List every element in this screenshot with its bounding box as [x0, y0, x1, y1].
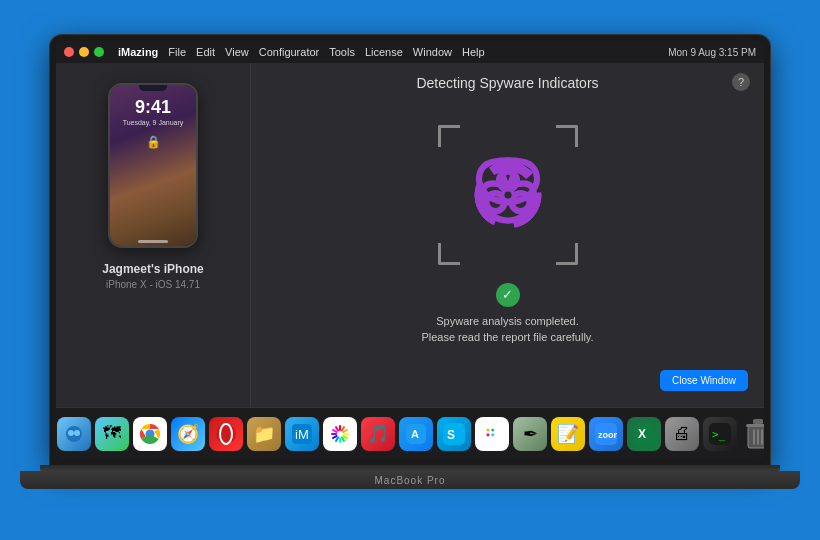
menu-license[interactable]: License [365, 46, 403, 58]
svg-text:X: X [638, 427, 646, 441]
dock-trash-icon[interactable] [741, 417, 764, 451]
dock-photos-icon[interactable] [323, 417, 357, 451]
dock-music-icon[interactable]: 🎵 [361, 417, 395, 451]
dock-item-scrivener[interactable]: ✒ [513, 417, 547, 451]
svg-text:iM: iM [295, 427, 309, 442]
dock-item-trash[interactable] [741, 417, 764, 451]
phone-screen: 9:41 Tuesday, 9 January 🔒 [110, 85, 196, 246]
svg-point-10 [68, 430, 74, 436]
status-text: Spyware analysis completed. Please read … [421, 313, 593, 346]
minimize-traffic-light[interactable] [79, 47, 89, 57]
svg-rect-39 [486, 428, 489, 431]
dock-printer-icon[interactable]: 🖨 [665, 417, 699, 451]
close-window-button[interactable]: Close Window [660, 370, 748, 391]
scan-container: ✓ Spyware analysis completed. Please rea… [421, 125, 593, 346]
svg-text:zoom: zoom [598, 430, 617, 440]
dock-item-folder[interactable]: 📁 [247, 417, 281, 451]
close-traffic-light[interactable] [64, 47, 74, 57]
phone-device: 9:41 Tuesday, 9 January 🔒 [108, 83, 198, 248]
corner-tr [556, 125, 578, 147]
dock-notes-icon[interactable]: 📝 [551, 417, 585, 451]
dock-item-chrome[interactable] [133, 417, 167, 451]
dock-item-slack[interactable] [475, 417, 509, 451]
dock-item-finder[interactable] [57, 417, 91, 451]
corner-br [556, 243, 578, 265]
dock-opera-icon[interactable] [209, 417, 243, 451]
dock-terminal-icon[interactable]: >_ [703, 417, 737, 451]
dock-excel-icon[interactable]: X [627, 417, 661, 451]
dock-item-zoom[interactable]: zoom [589, 417, 623, 451]
menu-tools[interactable]: Tools [329, 46, 355, 58]
app-content: 9:41 Tuesday, 9 January 🔒 Jagmeet's iPho… [56, 63, 764, 407]
sidebar: 9:41 Tuesday, 9 January 🔒 Jagmeet's iPho… [56, 63, 251, 407]
dock-maps-icon[interactable]: 🗺 [95, 417, 129, 451]
svg-rect-37 [491, 433, 494, 436]
corner-bl [438, 243, 460, 265]
svg-text:A: A [411, 428, 419, 440]
menu-edit[interactable]: Edit [196, 46, 215, 58]
screen-bezel: iMazing File Edit View Configurator Tool… [50, 35, 770, 465]
device-info: iPhone X - iOS 14.71 [106, 279, 200, 290]
status-check-icon: ✓ [496, 283, 520, 307]
dock-zoom-icon[interactable]: zoom [589, 417, 623, 451]
dock-item-appstore[interactable]: A [399, 417, 433, 451]
maximize-traffic-light[interactable] [94, 47, 104, 57]
dock-scrivener-icon[interactable]: ✒ [513, 417, 547, 451]
dock-item-maps[interactable]: 🗺 [95, 417, 129, 451]
dock-item-photos[interactable] [323, 417, 357, 451]
dock-folder-icon[interactable]: 📁 [247, 417, 281, 451]
menu-help[interactable]: Help [462, 46, 485, 58]
dock-item-notes[interactable]: 📝 [551, 417, 585, 451]
dock: 🗺 [56, 407, 764, 459]
svg-text:S: S [447, 428, 455, 442]
macbook-outer: iMazing File Edit View Configurator Tool… [50, 35, 770, 505]
svg-text:>_: >_ [712, 428, 726, 441]
svg-point-4 [499, 171, 517, 189]
home-indicator [138, 240, 168, 243]
dock-item-safari[interactable]: 🧭 [171, 417, 205, 451]
macbook-screen: iMazing File Edit View Configurator Tool… [56, 41, 764, 459]
phone-time: 9:41 [135, 97, 171, 118]
dock-finder-icon[interactable] [57, 417, 91, 451]
traffic-lights [64, 47, 104, 57]
menu-window[interactable]: Window [413, 46, 452, 58]
macbook-label: MacBook Pro [374, 475, 445, 486]
dock-chrome-icon[interactable] [133, 417, 167, 451]
svg-point-8 [504, 191, 511, 198]
dock-item-imazing[interactable]: iM [285, 417, 319, 451]
svg-rect-36 [486, 433, 489, 436]
svg-rect-47 [746, 424, 764, 427]
dock-safari-icon[interactable]: 🧭 [171, 417, 205, 451]
phone-notch [139, 85, 167, 91]
phone-date: Tuesday, 9 January [123, 119, 184, 126]
dock-item-music[interactable]: 🎵 [361, 417, 395, 451]
dock-appstore-icon[interactable]: A [399, 417, 433, 451]
device-name: Jagmeet's iPhone [102, 262, 204, 276]
corner-tl [438, 125, 460, 147]
dock-slack-icon[interactable] [475, 417, 509, 451]
menu-file[interactable]: File [168, 46, 186, 58]
status-area: ✓ Spyware analysis completed. Please rea… [421, 283, 593, 346]
menubar: iMazing File Edit View Configurator Tool… [56, 41, 764, 63]
dock-imazing-icon[interactable]: iM [285, 417, 319, 451]
dock-skype-icon[interactable]: S [437, 417, 471, 451]
menubar-datetime: Mon 9 Aug 3:15 PM [668, 47, 756, 58]
dock-item-excel[interactable]: X [627, 417, 661, 451]
window-title: Detecting Spyware Indicators [416, 75, 598, 91]
svg-rect-48 [753, 419, 763, 424]
help-button[interactable]: ? [732, 73, 750, 91]
lock-icon: 🔒 [146, 135, 161, 149]
menu-app-name[interactable]: iMazing [118, 46, 158, 58]
menu-items: iMazing File Edit View Configurator Tool… [118, 46, 485, 58]
scan-frame [438, 125, 578, 265]
dock-item-skype[interactable]: S [437, 417, 471, 451]
svg-rect-38 [491, 428, 494, 431]
menu-configurator[interactable]: Configurator [259, 46, 320, 58]
menu-view[interactable]: View [225, 46, 249, 58]
biohazard-icon [463, 150, 553, 240]
svg-point-11 [74, 430, 80, 436]
dock-item-terminal[interactable]: >_ [703, 417, 737, 451]
dock-item-opera[interactable] [209, 417, 243, 451]
dock-item-printer[interactable]: 🖨 [665, 417, 699, 451]
macbook-base: MacBook Pro [20, 471, 800, 489]
